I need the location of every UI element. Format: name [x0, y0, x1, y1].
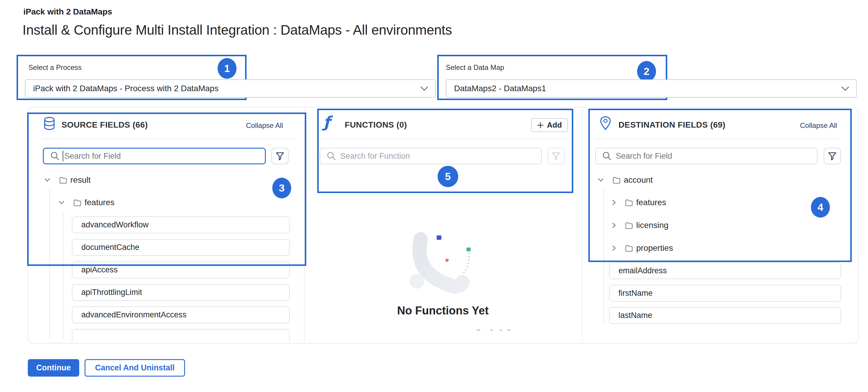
field-label: firstName — [618, 289, 653, 298]
page-title: Install & Configure Multi Install Integr… — [23, 22, 452, 38]
tree-node-label: properties — [636, 243, 673, 253]
datamap-select-label: Select a Data Map — [446, 63, 504, 72]
source-search — [43, 148, 266, 164]
destination-field-item[interactable]: emailAddress — [609, 262, 841, 279]
source-field-item[interactable]: apiThrottlingLimit — [72, 284, 290, 301]
funnel-icon — [828, 151, 837, 161]
process-select-value: iPack with 2 DataMaps - Process with 2 D… — [33, 84, 218, 93]
add-button-label: Add — [547, 120, 562, 130]
plus-icon — [537, 122, 544, 129]
clipped-text-remnant — [476, 330, 480, 331]
source-field-item[interactable]: advancedEnvironmentAccess — [72, 306, 290, 323]
destination-panel-title: DESTINATION FIELDS (69) — [618, 120, 725, 130]
datamap-select-value: DataMaps2 - DataMaps1 — [454, 84, 546, 93]
folder-icon — [625, 222, 633, 229]
database-icon — [43, 117, 56, 131]
location-pin-icon — [599, 116, 611, 130]
tree-node-label: result — [70, 175, 90, 185]
process-select-label: Select a Process — [28, 63, 82, 72]
clipped-text-remnant — [507, 330, 510, 331]
no-functions-message: No Functions Yet — [384, 304, 502, 317]
annotation-badge-3: 3 — [272, 178, 291, 198]
clipped-text-remnant — [500, 330, 502, 331]
continue-button[interactable]: Continue — [28, 359, 79, 376]
field-label: emailAddress — [618, 266, 667, 275]
folder-icon — [625, 199, 633, 206]
source-field-item[interactable]: advancedWorkflow — [72, 217, 290, 233]
chevron-down-icon — [44, 178, 50, 182]
clipped-text-remnant — [490, 330, 493, 331]
functions-filter-button — [548, 148, 565, 164]
functions-search-input[interactable] — [340, 151, 536, 161]
column-divider — [304, 108, 305, 342]
destination-tree-node-licensing[interactable]: licensing — [612, 221, 669, 230]
destination-field-item[interactable]: lastName — [609, 307, 841, 324]
destination-filter-button[interactable] — [824, 148, 841, 164]
destination-tree-node-properties[interactable]: properties — [612, 243, 673, 253]
tree-node-label: licensing — [636, 221, 669, 230]
annotation-badge-2: 2 — [637, 61, 656, 82]
cancel-and-uninstall-button[interactable]: Cancel And Uninstall — [85, 359, 185, 376]
field-label: documentCache — [81, 243, 140, 252]
search-icon — [327, 151, 336, 161]
chevron-down-icon — [420, 86, 429, 91]
chevron-right-icon — [612, 222, 616, 228]
destination-search-input[interactable] — [616, 151, 812, 161]
funnel-icon — [551, 151, 561, 161]
install-configure-datamaps-page: iPack with 2 DataMaps Install & Configur… — [0, 0, 868, 392]
source-panel-title: SOURCE FIELDS (66) — [61, 120, 148, 130]
divider — [43, 139, 296, 139]
chevron-right-icon — [612, 200, 616, 205]
folder-icon — [59, 177, 67, 184]
source-field-item-clipped[interactable] — [72, 329, 290, 342]
chevron-down-icon — [598, 178, 604, 182]
tree-connector-line — [50, 190, 50, 339]
field-label: apiThrottlingLimit — [81, 288, 142, 297]
tree-node-label: features — [636, 198, 666, 207]
folder-icon — [625, 245, 633, 252]
destination-search — [595, 148, 817, 164]
annotation-badge-1: 1 — [218, 58, 237, 79]
chevron-down-icon — [841, 86, 850, 91]
tree-node-label: account — [624, 175, 653, 185]
process-select-dropdown[interactable]: iPack with 2 DataMaps - Process with 2 D… — [25, 79, 436, 98]
destination-collapse-all-link[interactable]: Collapse All — [800, 121, 837, 130]
source-tree-node-features[interactable]: features — [59, 198, 115, 207]
funnel-icon — [275, 151, 285, 161]
search-icon — [50, 151, 60, 161]
folder-icon — [613, 177, 620, 184]
text-caret — [63, 151, 63, 161]
field-label: advancedWorkflow — [81, 220, 149, 229]
chevron-down-icon — [59, 200, 64, 204]
source-field-item[interactable]: apiAccess — [72, 261, 290, 278]
destination-tree-node-account[interactable]: account — [598, 175, 653, 185]
source-field-item[interactable]: documentCache — [72, 239, 290, 256]
field-label: advancedEnvironmentAccess — [81, 310, 187, 319]
annotation-badge-5: 5 — [438, 166, 458, 187]
divider — [317, 139, 570, 139]
tree-node-label: features — [85, 198, 115, 207]
no-functions-illustration — [408, 228, 505, 305]
search-icon — [602, 151, 612, 161]
chevron-right-icon — [612, 245, 616, 251]
source-filter-button[interactable] — [271, 148, 288, 164]
source-search-input[interactable] — [64, 151, 260, 161]
folder-icon — [73, 199, 81, 206]
field-label: lastName — [618, 311, 652, 320]
destination-tree-node-features[interactable]: features — [612, 198, 666, 207]
tree-connector-line — [63, 212, 64, 339]
datamap-select-dropdown[interactable]: DataMaps2 - DataMaps1 — [446, 79, 857, 98]
functions-panel-title: FUNCTIONS (0) — [345, 120, 407, 130]
source-collapse-all-link[interactable]: Collapse All — [246, 121, 283, 130]
breadcrumb: iPack with 2 DataMaps — [23, 7, 112, 17]
destination-field-item[interactable]: firstName — [609, 285, 841, 302]
column-divider — [582, 108, 582, 342]
annotation-badge-4: 4 — [811, 197, 830, 218]
field-label: apiAccess — [81, 265, 118, 275]
add-function-button[interactable]: Add — [531, 118, 568, 132]
source-tree-node-result[interactable]: result — [44, 175, 90, 185]
divider — [594, 139, 841, 139]
tree-connector-line — [603, 189, 604, 324]
function-icon: ƒ — [323, 114, 330, 130]
functions-search — [319, 148, 542, 164]
